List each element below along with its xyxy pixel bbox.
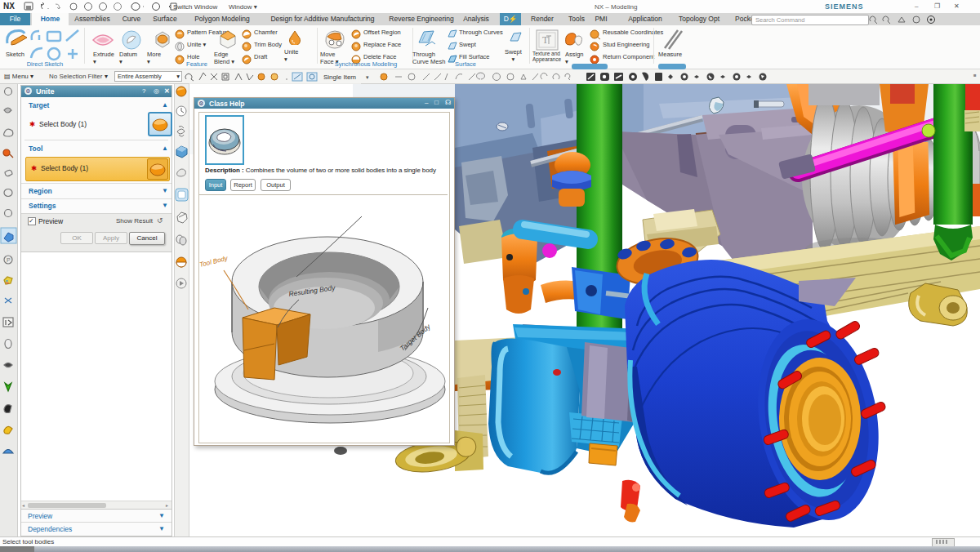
svg-text:Single Item: Single Item [323,73,356,81]
svg-text:Tool Body: Tool Body [198,254,229,269]
svg-text:▾: ▾ [366,74,369,80]
svg-text:P: P [7,257,11,263]
